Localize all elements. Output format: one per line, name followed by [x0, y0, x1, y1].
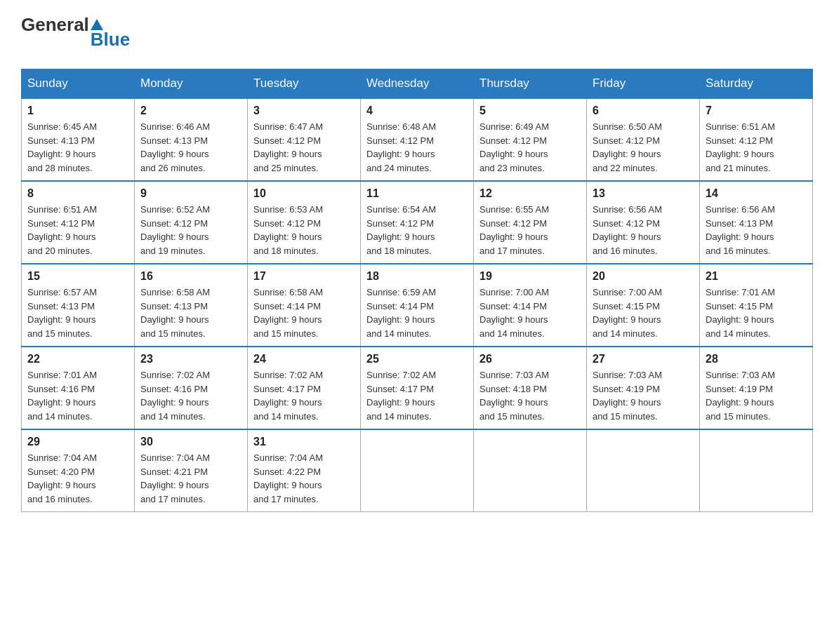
- day-header-tuesday: Tuesday: [248, 69, 361, 99]
- day-info: Sunrise: 6:54 AMSunset: 4:12 PMDaylight:…: [366, 204, 436, 256]
- day-number: 23: [140, 353, 241, 365]
- calendar-cell: 17 Sunrise: 6:58 AMSunset: 4:14 PMDaylig…: [248, 264, 361, 347]
- day-number: 9: [140, 187, 241, 200]
- day-info: Sunrise: 6:51 AMSunset: 4:12 PMDaylight:…: [27, 204, 97, 256]
- calendar-cell: 18 Sunrise: 6:59 AMSunset: 4:14 PMDaylig…: [361, 264, 474, 347]
- day-number: 8: [27, 187, 128, 200]
- calendar-cell: 9 Sunrise: 6:52 AMSunset: 4:12 PMDayligh…: [135, 181, 248, 264]
- day-info: Sunrise: 7:03 AMSunset: 4:18 PMDaylight:…: [479, 370, 549, 422]
- day-number: 30: [140, 436, 241, 448]
- day-info: Sunrise: 6:56 AMSunset: 4:12 PMDaylight:…: [593, 204, 662, 256]
- day-number: 24: [253, 353, 355, 365]
- calendar-cell: 7 Sunrise: 6:51 AMSunset: 4:12 PMDayligh…: [700, 98, 813, 181]
- day-number: 28: [706, 353, 807, 365]
- day-number: 2: [140, 105, 241, 117]
- calendar-cell: 16 Sunrise: 6:58 AMSunset: 4:13 PMDaylig…: [135, 264, 248, 347]
- day-info: Sunrise: 6:59 AMSunset: 4:14 PMDaylight:…: [366, 287, 436, 339]
- day-number: 6: [593, 105, 694, 117]
- day-number: 10: [253, 187, 355, 200]
- day-info: Sunrise: 7:04 AMSunset: 4:20 PMDaylight:…: [27, 452, 97, 504]
- day-info: Sunrise: 7:03 AMSunset: 4:19 PMDaylight:…: [593, 370, 662, 422]
- calendar-cell: 1 Sunrise: 6:45 AMSunset: 4:13 PMDayligh…: [22, 98, 135, 181]
- day-info: Sunrise: 7:04 AMSunset: 4:21 PMDaylight:…: [140, 452, 210, 504]
- calendar-cell: 8 Sunrise: 6:51 AMSunset: 4:12 PMDayligh…: [22, 181, 135, 264]
- day-number: 29: [27, 436, 128, 448]
- calendar-cell: 13 Sunrise: 6:56 AMSunset: 4:12 PMDaylig…: [587, 181, 700, 264]
- day-number: 11: [366, 187, 468, 200]
- calendar-cell: 19 Sunrise: 7:00 AMSunset: 4:14 PMDaylig…: [474, 264, 587, 347]
- calendar-cell: 30 Sunrise: 7:04 AMSunset: 4:21 PMDaylig…: [135, 429, 248, 512]
- day-info: Sunrise: 7:02 AMSunset: 4:17 PMDaylight:…: [253, 370, 323, 422]
- logo-blue-text: Blue: [89, 29, 130, 55]
- day-info: Sunrise: 7:04 AMSunset: 4:22 PMDaylight:…: [253, 452, 323, 504]
- day-number: 13: [593, 187, 694, 200]
- day-number: 17: [253, 270, 355, 283]
- calendar-cell: 14 Sunrise: 6:56 AMSunset: 4:13 PMDaylig…: [700, 181, 813, 264]
- calendar-header-row: SundayMondayTuesdayWednesdayThursdayFrid…: [22, 69, 813, 99]
- day-info: Sunrise: 7:00 AMSunset: 4:15 PMDaylight:…: [593, 287, 662, 339]
- calendar-cell: 28 Sunrise: 7:03 AMSunset: 4:19 PMDaylig…: [700, 347, 813, 429]
- day-info: Sunrise: 6:55 AMSunset: 4:12 PMDaylight:…: [479, 204, 549, 256]
- day-header-monday: Monday: [135, 69, 248, 99]
- day-number: 15: [27, 270, 128, 283]
- calendar-cell: 20 Sunrise: 7:00 AMSunset: 4:15 PMDaylig…: [587, 264, 700, 347]
- calendar-cell: 6 Sunrise: 6:50 AMSunset: 4:12 PMDayligh…: [587, 98, 700, 181]
- day-number: 27: [593, 353, 694, 365]
- day-number: 1: [27, 105, 128, 117]
- calendar-week-row: 22 Sunrise: 7:01 AMSunset: 4:16 PMDaylig…: [22, 347, 813, 429]
- day-number: 25: [366, 353, 468, 365]
- day-number: 14: [706, 187, 807, 200]
- day-header-friday: Friday: [587, 69, 700, 99]
- calendar-cell: 5 Sunrise: 6:49 AMSunset: 4:12 PMDayligh…: [474, 98, 587, 181]
- day-info: Sunrise: 6:51 AMSunset: 4:12 PMDaylight:…: [706, 121, 775, 173]
- calendar-cell: 4 Sunrise: 6:48 AMSunset: 4:12 PMDayligh…: [361, 98, 474, 181]
- calendar-cell: [700, 429, 813, 512]
- calendar-cell: [361, 429, 474, 512]
- day-number: 7: [706, 105, 807, 117]
- calendar-cell: 25 Sunrise: 7:02 AMSunset: 4:17 PMDaylig…: [361, 347, 474, 429]
- calendar-cell: 26 Sunrise: 7:03 AMSunset: 4:18 PMDaylig…: [474, 347, 587, 429]
- calendar-cell: 27 Sunrise: 7:03 AMSunset: 4:19 PMDaylig…: [587, 347, 700, 429]
- calendar-table: SundayMondayTuesdayWednesdayThursdayFrid…: [21, 69, 813, 512]
- day-number: 19: [479, 270, 581, 283]
- calendar-cell: 24 Sunrise: 7:02 AMSunset: 4:17 PMDaylig…: [248, 347, 361, 429]
- day-header-sunday: Sunday: [22, 69, 135, 99]
- calendar-cell: [587, 429, 700, 512]
- day-info: Sunrise: 7:01 AMSunset: 4:16 PMDaylight:…: [27, 370, 97, 422]
- calendar-week-row: 1 Sunrise: 6:45 AMSunset: 4:13 PMDayligh…: [22, 98, 813, 181]
- calendar-cell: 31 Sunrise: 7:04 AMSunset: 4:22 PMDaylig…: [248, 429, 361, 512]
- day-info: Sunrise: 6:50 AMSunset: 4:12 PMDaylight:…: [593, 121, 662, 173]
- calendar-cell: 22 Sunrise: 7:01 AMSunset: 4:16 PMDaylig…: [22, 347, 135, 429]
- day-number: 4: [366, 105, 468, 117]
- calendar-cell: 3 Sunrise: 6:47 AMSunset: 4:12 PMDayligh…: [248, 98, 361, 181]
- day-number: 22: [27, 353, 128, 365]
- calendar-cell: 21 Sunrise: 7:01 AMSunset: 4:15 PMDaylig…: [700, 264, 813, 347]
- day-info: Sunrise: 6:56 AMSunset: 4:13 PMDaylight:…: [706, 204, 775, 256]
- calendar-week-row: 15 Sunrise: 6:57 AMSunset: 4:13 PMDaylig…: [22, 264, 813, 347]
- day-number: 20: [593, 270, 694, 283]
- day-header-saturday: Saturday: [700, 69, 813, 99]
- calendar-cell: 23 Sunrise: 7:02 AMSunset: 4:16 PMDaylig…: [135, 347, 248, 429]
- day-info: Sunrise: 6:46 AMSunset: 4:13 PMDaylight:…: [140, 121, 210, 173]
- day-info: Sunrise: 6:45 AMSunset: 4:13 PMDaylight:…: [27, 121, 97, 173]
- day-info: Sunrise: 6:52 AMSunset: 4:12 PMDaylight:…: [140, 204, 210, 256]
- calendar-cell: 15 Sunrise: 6:57 AMSunset: 4:13 PMDaylig…: [22, 264, 135, 347]
- calendar-cell: 10 Sunrise: 6:53 AMSunset: 4:12 PMDaylig…: [248, 181, 361, 264]
- day-info: Sunrise: 6:49 AMSunset: 4:12 PMDaylight:…: [479, 121, 549, 173]
- day-header-wednesday: Wednesday: [361, 69, 474, 99]
- calendar-cell: 11 Sunrise: 6:54 AMSunset: 4:12 PMDaylig…: [361, 181, 474, 264]
- day-header-thursday: Thursday: [474, 69, 587, 99]
- calendar-cell: 12 Sunrise: 6:55 AMSunset: 4:12 PMDaylig…: [474, 181, 587, 264]
- calendar-cell: 29 Sunrise: 7:04 AMSunset: 4:20 PMDaylig…: [22, 429, 135, 512]
- day-number: 5: [479, 105, 581, 117]
- day-number: 21: [706, 270, 807, 283]
- day-number: 26: [479, 353, 581, 365]
- day-number: 16: [140, 270, 241, 283]
- day-number: 3: [253, 105, 355, 117]
- day-info: Sunrise: 7:01 AMSunset: 4:15 PMDaylight:…: [706, 287, 775, 339]
- calendar-week-row: 8 Sunrise: 6:51 AMSunset: 4:12 PMDayligh…: [22, 181, 813, 264]
- calendar-week-row: 29 Sunrise: 7:04 AMSunset: 4:20 PMDaylig…: [22, 429, 813, 512]
- day-number: 12: [479, 187, 581, 200]
- day-info: Sunrise: 6:57 AMSunset: 4:13 PMDaylight:…: [27, 287, 97, 339]
- day-number: 18: [366, 270, 468, 283]
